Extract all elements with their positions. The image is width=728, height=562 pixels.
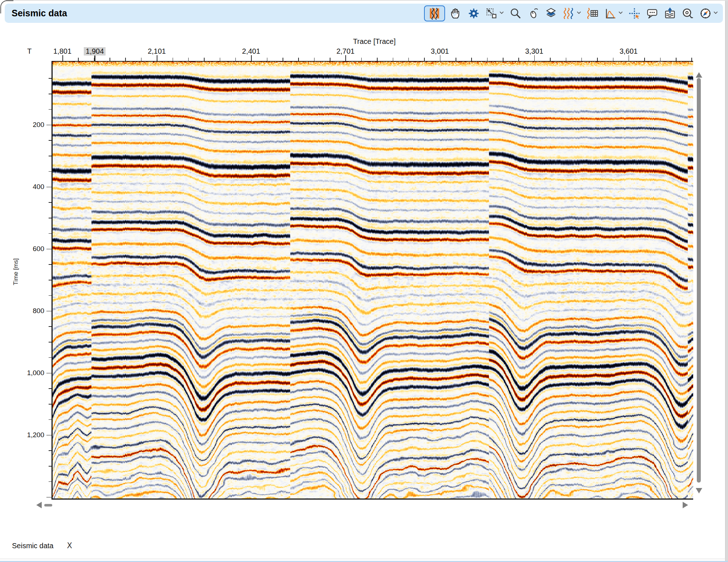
x-tick <box>62 55 63 61</box>
settings-gear-icon[interactable] <box>467 6 481 21</box>
y-tick <box>46 435 52 436</box>
window-right-edge <box>725 1 728 561</box>
histogram-dropdown-chevron-icon[interactable] <box>618 10 624 17</box>
y-tick <box>49 233 52 234</box>
tracking-cursor-icon[interactable] <box>628 6 641 21</box>
x-axis-corner-label: T <box>27 47 32 56</box>
select-mode-dropdown-chevron-icon[interactable] <box>499 10 505 17</box>
pan-hand-icon[interactable] <box>449 6 463 21</box>
y-tick <box>46 373 52 374</box>
y-tick-label: 400 <box>21 183 44 191</box>
tab-label[interactable]: Seismic data <box>12 542 54 550</box>
y-tick <box>49 357 52 358</box>
y-tick <box>49 388 52 389</box>
mouse-tools-icon[interactable] <box>526 6 540 21</box>
horizontal-scrollbar-thumb[interactable] <box>44 504 52 506</box>
seismic-section-canvas[interactable] <box>53 62 693 499</box>
bottom-divider <box>0 559 728 559</box>
y-tick <box>49 450 52 451</box>
y-tick-label: 1,000 <box>21 369 44 377</box>
y-axis-title: Time [ms] <box>12 258 20 285</box>
select-mode-icon[interactable] <box>485 6 498 21</box>
scroll-right-button[interactable] <box>683 502 688 508</box>
export-image-icon[interactable] <box>663 6 677 21</box>
tab-close-icon[interactable]: X <box>67 541 72 550</box>
tab-seismic-data[interactable]: Seismic data X <box>12 541 72 550</box>
y-tick <box>49 78 52 79</box>
window-top-border <box>6 0 728 0</box>
scroll-down-button[interactable] <box>696 488 702 493</box>
x-tick-label: 2,701 <box>336 47 354 56</box>
y-tick <box>49 202 52 203</box>
x-axis-title: Trace [Trace] <box>345 37 403 46</box>
x-tick <box>251 55 252 61</box>
compass-dropdown-chevron-icon[interactable] <box>713 10 719 17</box>
y-tick <box>46 249 52 250</box>
toolbar <box>424 4 719 23</box>
comment-bubble-icon[interactable] <box>645 6 659 21</box>
x-tick-label: 2,101 <box>148 47 166 56</box>
y-tick-label: 600 <box>21 245 44 253</box>
x-tick-label-highlighted: 1,904 <box>84 47 106 56</box>
x-tick <box>345 55 346 61</box>
wiggle-traces-icon[interactable] <box>562 6 576 21</box>
y-tick <box>49 404 52 405</box>
x-tick-label: 3,601 <box>620 47 638 56</box>
seismic-section-view-icon[interactable] <box>424 5 445 21</box>
y-tick <box>49 326 52 327</box>
y-tick <box>46 125 52 126</box>
x-tick <box>157 55 157 61</box>
y-tick <box>49 295 52 296</box>
app-window: Seismic data Trace [Trace] T 1,8012,1012… <box>0 0 728 562</box>
scroll-left-button[interactable] <box>36 502 42 508</box>
y-tick <box>49 481 52 482</box>
x-tick-label: 3,301 <box>525 47 543 56</box>
x-tick-label: 3,001 <box>431 47 449 56</box>
y-tick-label: 200 <box>21 121 44 129</box>
y-tick-label: 1,200 <box>21 431 44 439</box>
y-tick <box>46 187 52 188</box>
plot-bottom-border <box>53 499 693 500</box>
x-tick <box>440 55 441 61</box>
x-tick-label: 2,401 <box>242 47 260 56</box>
titlebar: Seismic data <box>5 4 723 23</box>
y-tick <box>49 171 52 172</box>
x-tick-label: 1,801 <box>53 47 71 56</box>
highlighted-trace-tick <box>94 56 95 61</box>
scroll-up-button[interactable] <box>696 72 702 78</box>
y-tick <box>49 419 52 420</box>
wiggle-traces-dropdown-chevron-icon[interactable] <box>576 10 582 17</box>
y-tick <box>49 156 52 156</box>
y-tick <box>46 497 52 498</box>
y-tick <box>49 109 52 110</box>
x-tick <box>629 55 629 61</box>
compass-icon[interactable] <box>699 6 712 21</box>
measure-tape-icon[interactable] <box>681 6 695 21</box>
y-tick <box>49 466 52 467</box>
vertical-scrollbar-thumb[interactable] <box>697 78 701 483</box>
y-tick <box>49 264 52 265</box>
page-title: Seismic data <box>12 8 67 19</box>
y-tick <box>49 280 52 280</box>
y-tick-label: 800 <box>21 307 44 315</box>
zoom-magnifier-icon[interactable] <box>509 6 522 21</box>
y-tick <box>49 342 52 342</box>
y-tick <box>49 94 52 94</box>
x-tick <box>534 55 535 61</box>
histogram-icon[interactable] <box>604 6 617 21</box>
y-tick <box>49 140 52 141</box>
y-tick <box>49 218 52 218</box>
seismic-table-icon[interactable] <box>586 6 600 21</box>
y-tick <box>46 311 52 312</box>
layers-icon[interactable] <box>544 6 558 21</box>
